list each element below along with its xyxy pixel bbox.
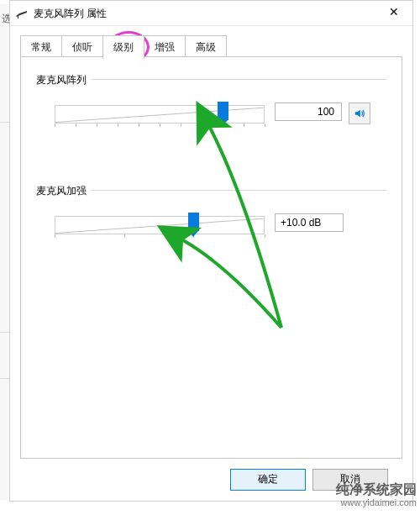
mic-icon bbox=[15, 8, 29, 22]
tab-panel-levels: 麦克风阵列 100 bbox=[20, 56, 402, 459]
slider-mic-boost[interactable] bbox=[55, 211, 265, 239]
tab-label: 增强 bbox=[155, 41, 175, 53]
watermark-title: 纯净系统家园 bbox=[336, 481, 417, 497]
tab-label: 侦听 bbox=[72, 41, 92, 53]
button-label: 确定 bbox=[258, 473, 278, 485]
tab-listen[interactable]: 侦听 bbox=[61, 35, 103, 59]
group-label-boost: 麦克风加强 bbox=[36, 184, 92, 198]
slider-mic-level[interactable] bbox=[55, 100, 265, 129]
tab-enhancements[interactable]: 增强 bbox=[144, 35, 186, 59]
tab-label: 级别 bbox=[113, 41, 134, 53]
slider-thumb[interactable] bbox=[218, 102, 228, 120]
slider-track bbox=[55, 105, 265, 123]
stage: 选 麦克风阵列 属性 ✕ 常规 侦听 级别 增强 高级 bbox=[0, 0, 420, 515]
speaker-icon bbox=[354, 108, 365, 119]
watermark-url: www.yidaimei.com bbox=[336, 497, 417, 508]
svg-rect-0 bbox=[18, 16, 18, 18]
titlebar: 麦克风阵列 属性 ✕ bbox=[10, 1, 412, 26]
slider-ticks bbox=[55, 234, 265, 239]
tab-bar: 常规 侦听 级别 增强 高级 bbox=[20, 34, 402, 57]
group-mic-level: 麦克风阵列 100 bbox=[36, 79, 386, 140]
group-mic-boost: 麦克风加强 +10.0 dB bbox=[36, 190, 386, 251]
tab-label: 常规 bbox=[31, 41, 51, 53]
mic-level-value[interactable]: 100 bbox=[275, 102, 342, 121]
tab-general[interactable]: 常规 bbox=[20, 35, 62, 59]
mic-boost-value[interactable]: +10.0 dB bbox=[275, 213, 344, 232]
group-label-mic: 麦克风阵列 bbox=[36, 73, 92, 87]
close-button[interactable]: ✕ bbox=[375, 1, 412, 25]
tab-label: 高级 bbox=[196, 41, 216, 53]
slider-ticks bbox=[55, 123, 265, 128]
slider-thumb[interactable] bbox=[188, 213, 199, 231]
mute-button[interactable] bbox=[349, 102, 370, 124]
properties-dialog: 麦克风阵列 属性 ✕ 常规 侦听 级别 增强 高级 麦克风阵列 bbox=[9, 0, 413, 502]
close-icon: ✕ bbox=[389, 5, 399, 18]
tab-levels[interactable]: 级别 bbox=[102, 35, 144, 59]
slider-track bbox=[55, 216, 265, 234]
ok-button[interactable]: 确定 bbox=[230, 469, 306, 491]
window-title: 麦克风阵列 属性 bbox=[34, 7, 107, 21]
watermark: 纯净系统家园 www.yidaimei.com bbox=[336, 481, 417, 508]
tab-advanced[interactable]: 高级 bbox=[185, 35, 227, 59]
